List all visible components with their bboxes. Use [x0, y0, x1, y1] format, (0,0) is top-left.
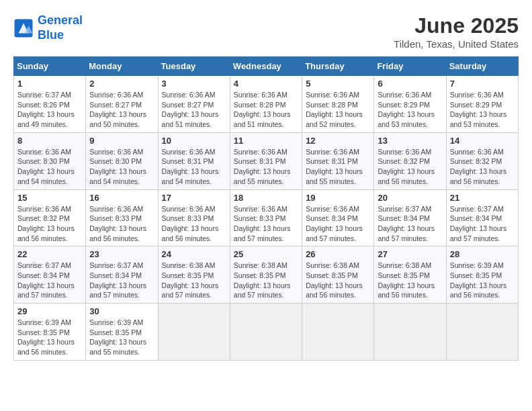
day-number: 6: [378, 79, 442, 89]
day-number: 11: [234, 136, 298, 146]
calendar-week-5: 29 Sunrise: 6:39 AM Sunset: 8:35 PM Dayl…: [14, 304, 519, 361]
logo: General Blue: [13, 13, 83, 42]
day-info: Sunrise: 6:36 AM Sunset: 8:29 PM Dayligh…: [378, 90, 442, 130]
calendar-cell: 14 Sunrise: 6:36 AM Sunset: 8:32 PM Dayl…: [446, 132, 518, 189]
calendar-cell: 29 Sunrise: 6:39 AM Sunset: 8:35 PM Dayl…: [14, 304, 86, 361]
calendar-cell: 24 Sunrise: 6:38 AM Sunset: 8:35 PM Dayl…: [158, 246, 230, 304]
calendar-week-3: 15 Sunrise: 6:36 AM Sunset: 8:32 PM Dayl…: [14, 189, 519, 246]
calendar-cell: 26 Sunrise: 6:38 AM Sunset: 8:35 PM Dayl…: [302, 246, 374, 304]
day-info: Sunrise: 6:36 AM Sunset: 8:27 PM Dayligh…: [162, 90, 226, 130]
day-number: 5: [306, 79, 370, 89]
day-info: Sunrise: 6:36 AM Sunset: 8:30 PM Dayligh…: [17, 147, 82, 187]
weekday-header-tuesday: Tuesday: [158, 57, 230, 76]
day-number: 20: [378, 193, 442, 203]
day-info: Sunrise: 6:36 AM Sunset: 8:30 PM Dayligh…: [89, 147, 154, 187]
day-info: Sunrise: 6:36 AM Sunset: 8:33 PM Dayligh…: [234, 204, 298, 244]
calendar-cell: 17 Sunrise: 6:36 AM Sunset: 8:33 PM Dayl…: [158, 189, 230, 246]
calendar-table: SundayMondayTuesdayWednesdayThursdayFrid…: [13, 56, 519, 361]
day-number: 18: [234, 193, 298, 203]
day-info: Sunrise: 6:39 AM Sunset: 8:35 PM Dayligh…: [450, 261, 515, 300]
calendar-cell: 13 Sunrise: 6:36 AM Sunset: 8:32 PM Dayl…: [374, 132, 446, 189]
calendar-week-2: 8 Sunrise: 6:36 AM Sunset: 8:30 PM Dayli…: [14, 132, 519, 189]
day-info: Sunrise: 6:36 AM Sunset: 8:32 PM Dayligh…: [450, 147, 515, 187]
day-info: Sunrise: 6:36 AM Sunset: 8:33 PM Dayligh…: [162, 204, 226, 244]
calendar-cell: [446, 304, 518, 361]
day-number: 4: [234, 79, 298, 89]
day-number: 26: [306, 249, 370, 259]
day-info: Sunrise: 6:37 AM Sunset: 8:34 PM Dayligh…: [89, 261, 154, 300]
weekday-header-friday: Friday: [374, 57, 446, 76]
calendar-cell: 22 Sunrise: 6:37 AM Sunset: 8:34 PM Dayl…: [14, 246, 86, 304]
calendar-week-1: 1 Sunrise: 6:37 AM Sunset: 8:26 PM Dayli…: [14, 76, 519, 133]
day-number: 3: [162, 79, 226, 89]
title-area: June 2025 Tilden, Texas, United States: [394, 13, 519, 50]
day-info: Sunrise: 6:38 AM Sunset: 8:35 PM Dayligh…: [378, 261, 442, 300]
calendar-cell: 27 Sunrise: 6:38 AM Sunset: 8:35 PM Dayl…: [374, 246, 446, 304]
calendar-cell: 28 Sunrise: 6:39 AM Sunset: 8:35 PM Dayl…: [446, 246, 518, 304]
page-header: General Blue June 2025 Tilden, Texas, Un…: [13, 13, 519, 50]
day-info: Sunrise: 6:37 AM Sunset: 8:26 PM Dayligh…: [17, 90, 82, 130]
calendar-cell: 15 Sunrise: 6:36 AM Sunset: 8:32 PM Dayl…: [14, 189, 86, 246]
day-info: Sunrise: 6:37 AM Sunset: 8:34 PM Dayligh…: [17, 261, 82, 300]
day-number: 23: [89, 249, 154, 259]
weekday-header-sunday: Sunday: [14, 57, 86, 76]
calendar-cell: 5 Sunrise: 6:36 AM Sunset: 8:28 PM Dayli…: [302, 76, 374, 133]
calendar-cell: 11 Sunrise: 6:36 AM Sunset: 8:31 PM Dayl…: [230, 132, 302, 189]
calendar-cell: 19 Sunrise: 6:36 AM Sunset: 8:34 PM Dayl…: [302, 189, 374, 246]
logo-icon: [13, 18, 34, 38]
day-number: 14: [450, 136, 515, 146]
day-number: 27: [378, 249, 442, 259]
calendar-cell: [158, 304, 230, 361]
calendar-cell: 12 Sunrise: 6:36 AM Sunset: 8:31 PM Dayl…: [302, 132, 374, 189]
day-number: 2: [89, 79, 154, 89]
calendar-week-4: 22 Sunrise: 6:37 AM Sunset: 8:34 PM Dayl…: [14, 246, 519, 304]
calendar-cell: 4 Sunrise: 6:36 AM Sunset: 8:28 PM Dayli…: [230, 76, 302, 133]
calendar-cell: 9 Sunrise: 6:36 AM Sunset: 8:30 PM Dayli…: [86, 132, 158, 189]
calendar-cell: 18 Sunrise: 6:36 AM Sunset: 8:33 PM Dayl…: [230, 189, 302, 246]
weekday-header-saturday: Saturday: [446, 57, 518, 76]
day-number: 29: [17, 306, 82, 316]
day-info: Sunrise: 6:38 AM Sunset: 8:35 PM Dayligh…: [234, 261, 298, 300]
calendar-cell: 16 Sunrise: 6:36 AM Sunset: 8:33 PM Dayl…: [86, 189, 158, 246]
day-info: Sunrise: 6:36 AM Sunset: 8:31 PM Dayligh…: [234, 147, 298, 187]
day-info: Sunrise: 6:36 AM Sunset: 8:33 PM Dayligh…: [89, 204, 154, 244]
calendar-cell: [374, 304, 446, 361]
day-info: Sunrise: 6:36 AM Sunset: 8:27 PM Dayligh…: [89, 90, 154, 130]
day-info: Sunrise: 6:36 AM Sunset: 8:31 PM Dayligh…: [162, 147, 226, 187]
logo-text: General Blue: [38, 13, 83, 42]
day-number: 19: [306, 193, 370, 203]
day-number: 30: [89, 306, 154, 316]
weekday-header-thursday: Thursday: [302, 57, 374, 76]
weekday-header-wednesday: Wednesday: [230, 57, 302, 76]
day-info: Sunrise: 6:39 AM Sunset: 8:35 PM Dayligh…: [89, 318, 154, 357]
day-number: 7: [450, 79, 515, 89]
calendar-cell: 21 Sunrise: 6:37 AM Sunset: 8:34 PM Dayl…: [446, 189, 518, 246]
day-number: 24: [162, 249, 226, 259]
weekday-header-monday: Monday: [86, 57, 158, 76]
day-number: 17: [162, 193, 226, 203]
calendar-cell: 20 Sunrise: 6:37 AM Sunset: 8:34 PM Dayl…: [374, 189, 446, 246]
day-info: Sunrise: 6:36 AM Sunset: 8:29 PM Dayligh…: [450, 90, 515, 130]
calendar-cell: 1 Sunrise: 6:37 AM Sunset: 8:26 PM Dayli…: [14, 76, 86, 133]
day-number: 1: [17, 79, 82, 89]
location-title: Tilden, Texas, United States: [394, 38, 519, 50]
calendar-cell: 23 Sunrise: 6:37 AM Sunset: 8:34 PM Dayl…: [86, 246, 158, 304]
day-number: 12: [306, 136, 370, 146]
day-info: Sunrise: 6:37 AM Sunset: 8:34 PM Dayligh…: [378, 204, 442, 244]
day-number: 9: [89, 136, 154, 146]
day-info: Sunrise: 6:36 AM Sunset: 8:28 PM Dayligh…: [234, 90, 298, 130]
calendar-cell: 7 Sunrise: 6:36 AM Sunset: 8:29 PM Dayli…: [446, 76, 518, 133]
calendar-cell: 2 Sunrise: 6:36 AM Sunset: 8:27 PM Dayli…: [86, 76, 158, 133]
calendar-cell: 10 Sunrise: 6:36 AM Sunset: 8:31 PM Dayl…: [158, 132, 230, 189]
day-number: 25: [234, 249, 298, 259]
day-number: 8: [17, 136, 82, 146]
day-number: 28: [450, 249, 515, 259]
day-info: Sunrise: 6:36 AM Sunset: 8:32 PM Dayligh…: [17, 204, 82, 244]
day-number: 22: [17, 249, 82, 259]
calendar-cell: 8 Sunrise: 6:36 AM Sunset: 8:30 PM Dayli…: [14, 132, 86, 189]
day-info: Sunrise: 6:37 AM Sunset: 8:34 PM Dayligh…: [450, 204, 515, 244]
day-info: Sunrise: 6:36 AM Sunset: 8:31 PM Dayligh…: [306, 147, 370, 187]
day-info: Sunrise: 6:36 AM Sunset: 8:32 PM Dayligh…: [378, 147, 442, 187]
calendar-body: 1 Sunrise: 6:37 AM Sunset: 8:26 PM Dayli…: [14, 76, 519, 361]
day-info: Sunrise: 6:36 AM Sunset: 8:34 PM Dayligh…: [306, 204, 370, 244]
